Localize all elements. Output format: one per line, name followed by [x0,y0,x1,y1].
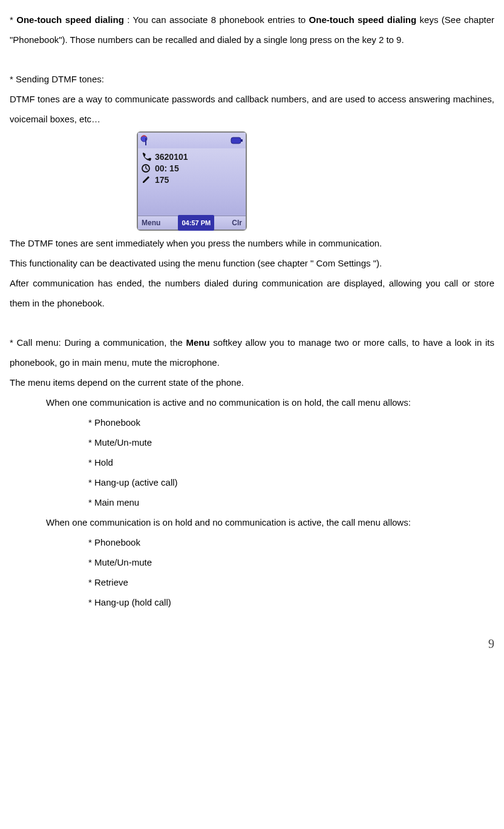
page-number: 9 [10,630,494,657]
bold-text: One-touch speed dialing [309,15,417,25]
list-item: * Phonebook [10,412,494,432]
list-item: * Hang-up (active call) [10,472,494,492]
text: * [10,15,16,25]
phone-dtmf-digits: 175 [155,175,169,185]
phone-status-bar [138,133,246,148]
signal-icon [140,135,152,146]
battery-icon [230,136,243,145]
case-active-intro: When one communication is active and no … [10,392,494,412]
phone-screen: 3620101 00: 15 175 Menu 04:57 PM Clr [137,131,247,231]
para-speed-dialing: * One-touch speed dialing : You can asso… [10,10,494,50]
pencil-icon [142,176,151,184]
phone-dtmf-row: 175 [142,175,242,185]
para-menu-depends: The menu items depend on the current sta… [10,372,494,392]
handset-icon [142,153,151,161]
phone-duration: 00: 15 [155,163,179,174]
list-item: * Mute/Un-mute [10,432,494,452]
list-item: * Main menu [10,492,494,512]
para-dtmf-after: After communication has ended, the numbe… [10,273,494,313]
text: * Call menu: During a communication, the [10,337,186,348]
svg-rect-3 [241,139,243,142]
svg-rect-1 [145,138,146,145]
softkey-right: Clr [228,215,246,231]
phone-duration-row: 00: 15 [142,163,242,174]
para-dtmf-desc: DTMF tones are a way to communicate pass… [10,89,494,129]
clock-icon [142,164,151,173]
list-item: * Hold [10,452,494,472]
para-call-menu: * Call menu: During a communication, the… [10,332,494,372]
list-item: * Retrieve [10,572,494,592]
phone-softkey-bar: Menu 04:57 PM Clr [138,216,246,230]
phone-clock: 04:57 PM [178,215,214,231]
para-dtmf-deactivate: This functionality can be deactivated us… [10,253,494,273]
phone-number-row: 3620101 [142,152,242,162]
case-hold-intro: When one communication is on hold and no… [10,512,494,532]
phone-number: 3620101 [155,152,188,162]
phone-body: 3620101 00: 15 175 [138,148,246,216]
list-item: * Phonebook [10,532,494,552]
phone-screenshot: 3620101 00: 15 175 Menu 04:57 PM Clr [10,131,494,231]
softkey-left: Menu [138,215,164,231]
bold-text: One-touch speed dialing [16,15,124,25]
list-item: * Hang-up (hold call) [10,592,494,612]
bold-text: Menu [186,337,210,348]
para-dtmf-immediate: The DTMF tones are sent immediately when… [10,233,494,253]
svg-rect-2 [231,137,241,144]
list-item: * Mute/Un-mute [10,552,494,572]
heading-dtmf: * Sending DTMF tones: [10,69,494,89]
text: : You can associate 8 phonebook entries … [124,15,309,25]
